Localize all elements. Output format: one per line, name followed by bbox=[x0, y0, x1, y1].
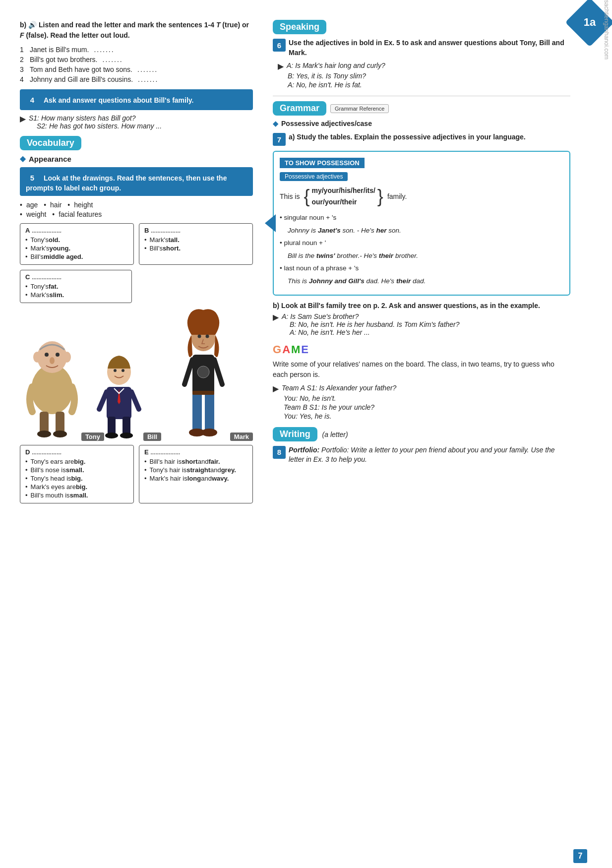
svg-point-14 bbox=[122, 369, 124, 372]
corner-badge: 1a bbox=[572, 5, 607, 40]
left-column: b) 🔊 Listen and read the letter and mark… bbox=[0, 10, 263, 858]
game-section: G A M E Write some of your relatives' na… bbox=[273, 343, 570, 420]
group-b-item-2: Bill's short. bbox=[144, 245, 247, 252]
dialogue-arrow: ▶ A: Is Mark's hair long and curly? bbox=[278, 62, 570, 71]
group-c-item-2: Mark's slim. bbox=[25, 291, 126, 299]
game-title: G A M E bbox=[273, 343, 308, 356]
rule-1-label: singular noun + 's bbox=[284, 214, 337, 221]
sentence-4-num: 4 bbox=[20, 75, 30, 83]
dialogue-7b-a: A: Is Sam Sue's brother? bbox=[282, 312, 460, 320]
right-column: Speaking 6 Use the adjectives in bold in… bbox=[263, 10, 590, 858]
groups-ab: A .................. Tony's old. Mark's … bbox=[20, 223, 253, 265]
watermark: sachtienganhanoi.com bbox=[603, 0, 610, 868]
rule-1-example: Johnny is Janet's son. - He's her son. bbox=[288, 225, 563, 236]
rule-1: • singular noun + 's bbox=[280, 212, 563, 223]
section-4: 4 Ask and answer questions about Bill's … bbox=[20, 89, 253, 130]
svg-point-3 bbox=[56, 353, 60, 357]
sentence-3: 3 Tom and Beth have got two sons. ......… bbox=[20, 65, 253, 73]
group-d-item-1: Tony's ears are big. bbox=[25, 458, 128, 465]
svg-point-28 bbox=[201, 429, 217, 436]
section-7-num: 7 bbox=[273, 133, 286, 146]
grammar-reference-badge: Grammar Reference bbox=[330, 104, 389, 113]
rule-3-bullet: • bbox=[280, 264, 282, 272]
section-7b-instruction: b) Look at Bill's family tree on p. 2. A… bbox=[273, 302, 570, 310]
group-a-item-1: Tony's old. bbox=[25, 236, 128, 244]
section-5-box: 5 Look at the drawings. Read the sentenc… bbox=[20, 167, 253, 196]
dialogue-6-a2-text: No, he isn't. He is fat. bbox=[296, 81, 362, 89]
arrow-icon-2: ▶ bbox=[278, 62, 284, 71]
left-brace: { bbox=[304, 187, 309, 205]
prompts-line-2: •weight •facial features bbox=[20, 210, 253, 218]
svg-point-9 bbox=[37, 431, 51, 437]
sentence-1-dots: ....... bbox=[94, 46, 114, 54]
possession-table-box: TO SHOW POSSESSION Possessive adjectives… bbox=[273, 151, 570, 295]
rule-3: • last noun of a phrase + 's bbox=[280, 263, 563, 274]
prompts-line-1: •age •hair •height bbox=[20, 201, 253, 209]
badge-label: 1a bbox=[572, 5, 607, 40]
tony-character: Tony bbox=[25, 330, 104, 441]
bill-svg bbox=[97, 345, 141, 439]
svg-point-5 bbox=[33, 352, 41, 363]
group-e-label: E .................. bbox=[144, 448, 247, 456]
svg-point-10 bbox=[53, 431, 67, 437]
dialogue-6-b: B: Yes, it is. Is Tony slim? bbox=[288, 72, 570, 80]
family-word: family. bbox=[387, 192, 407, 200]
diamond-icon-2: ◆ bbox=[273, 120, 278, 127]
section-6-dialogue: ▶ A: Is Mark's hair long and curly? B: Y… bbox=[278, 62, 570, 89]
rule-2-bullet: • bbox=[280, 239, 282, 247]
rule-2: • plural noun + ' bbox=[280, 238, 563, 248]
section-4-instruction: Ask and answer questions about Bill's fa… bbox=[44, 96, 194, 104]
vocabulary-title: Vocabulary bbox=[20, 136, 81, 150]
game-letter-g: G bbox=[273, 343, 281, 356]
group-d-item-4: Mark's eyes are big. bbox=[25, 483, 128, 491]
section-8-instruction: Portfolio: Portfolio: Write a letter to … bbox=[289, 445, 570, 465]
game-letter-e: E bbox=[301, 343, 308, 356]
sentence-2-num: 2 bbox=[20, 56, 30, 63]
section-4-num: 4 bbox=[26, 93, 39, 106]
svg-rect-25 bbox=[205, 392, 214, 433]
group-c-box: C .................. Tony's fat. Mark's … bbox=[20, 270, 132, 303]
vocabulary-section: Vocabulary ◆ Appearance 5 Look at the dr… bbox=[20, 136, 253, 503]
rule-2-label: plural noun + ' bbox=[284, 239, 326, 247]
group-b-box: B .................. Mark's tall. Bill's… bbox=[139, 223, 253, 265]
possession-header: TO SHOW POSSESSION bbox=[280, 158, 563, 172]
arrow-icon-3: ▶ bbox=[273, 312, 279, 336]
writing-section: Writing (a letter) 8 Portfolio: Portfoli… bbox=[273, 427, 570, 465]
sentence-4-dots: ....... bbox=[138, 75, 158, 83]
game-description: Write some of your relatives' names on t… bbox=[273, 359, 570, 380]
group-b-label: B .................. bbox=[144, 227, 247, 234]
grammar-subheader-text: Possessive adjectives/case bbox=[281, 120, 372, 127]
mark-svg bbox=[179, 308, 228, 439]
group-d-label: D .................. bbox=[25, 448, 128, 456]
dialogue-7b-a2: A: No, he isn't. He's her ... bbox=[290, 328, 460, 336]
section-5-num: 5 bbox=[26, 171, 39, 184]
grammar-section: Grammar Grammar Reference ◆ Possessive a… bbox=[273, 101, 570, 336]
group-b-item-1: Mark's tall. bbox=[144, 236, 247, 244]
group-c-item-1: Tony's fat. bbox=[25, 283, 126, 290]
group-e-item-1: Bill's hair is short and fair. bbox=[144, 458, 247, 465]
groups-de: D .................. Tony's ears are big… bbox=[20, 445, 253, 503]
sentence-3-text: Tom and Beth have got two sons. bbox=[30, 65, 132, 73]
sentence-3-num: 3 bbox=[20, 65, 30, 73]
group-c-label: C .................. bbox=[25, 273, 126, 281]
section-6-header: 6 Use the adjectives in bold in Ex. 5 to… bbox=[273, 38, 570, 58]
dialogue-6-b-text: Yes, it is. Is Tony slim? bbox=[296, 72, 366, 80]
game-dialogue: ▶ Team A S1: Is Alexander your father? Y… bbox=[273, 384, 570, 420]
this-is-text: This is bbox=[280, 192, 300, 200]
sentence-1: 1 Janet is Bill's mum. ....... bbox=[20, 46, 253, 54]
group-a-item-2: Mark's young. bbox=[25, 245, 128, 252]
sentence-4-text: Johnny and Gill are Bill's cousins. bbox=[30, 75, 133, 83]
section-4-example-s1: ▶ S1: How many sisters has Bill got? S2:… bbox=[20, 114, 253, 130]
svg-point-18 bbox=[120, 433, 133, 438]
dialogue-6-b-label: B: bbox=[288, 72, 296, 80]
poss-words-line1: my/your/his/her/its/ bbox=[311, 185, 375, 196]
appearance-label: Appearance bbox=[29, 155, 71, 163]
group-a-box: A .................. Tony's old. Mark's … bbox=[20, 223, 134, 265]
svg-point-13 bbox=[114, 369, 117, 372]
blue-arrow-icon bbox=[265, 214, 276, 232]
sentence-4: 4 Johnny and Gill are Bill's cousins. ..… bbox=[20, 75, 253, 83]
possession-header-text: TO SHOW POSSESSION bbox=[280, 158, 365, 168]
rule-3-example: This is Johnny and Gill's dad. He's thei… bbox=[288, 276, 563, 287]
group-d-item-2: Bill's nose is small. bbox=[25, 466, 128, 474]
dialogue-6-a2-label: A: bbox=[288, 81, 296, 89]
